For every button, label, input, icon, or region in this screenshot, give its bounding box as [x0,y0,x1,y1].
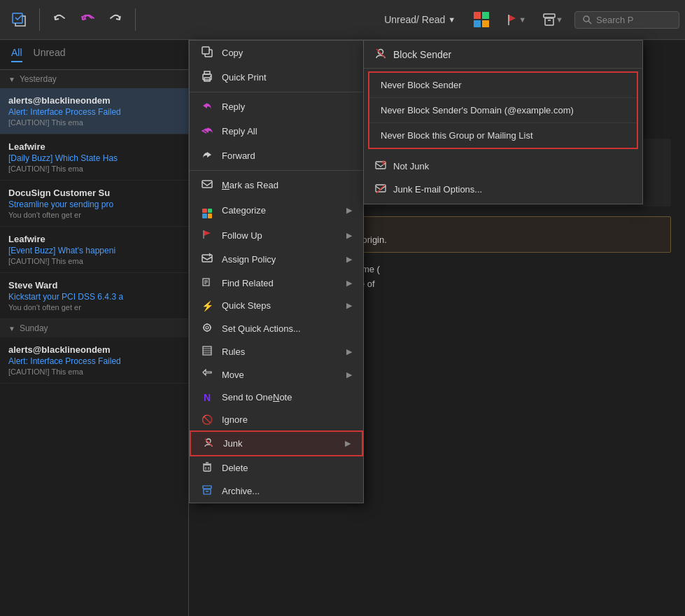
ctx-reply[interactable]: Reply [190,94,363,119]
block-sender-section: Never Block Sender Never Block Sender's … [368,71,638,149]
quick-steps-icon: ⚡ [201,300,213,312]
submenu-bottom: Not Junk Junk E-mail Options... [364,152,642,204]
email-subject: [Event Buzz] What's happeni [8,246,180,255]
ctx-archive[interactable]: Archive... [190,479,363,503]
ctx-assign-policy[interactable]: Assign Policy ▶ [190,247,363,272]
ctx-assign-policy-label: Assign Policy [222,254,338,265]
ctx-separator-2 [190,170,363,171]
ctx-mark-as-read[interactable]: Mark as Read [190,173,363,197]
find-related-icon [201,277,213,289]
colorful-grid-button[interactable] [468,8,495,31]
rules-icon [201,346,213,358]
forward-button[interactable] [103,8,128,31]
svg-point-21 [206,326,209,329]
undo-button[interactable] [47,8,72,31]
ctx-find-related-arrow-icon: ▶ [346,279,352,288]
ctx-delete[interactable]: Delete [190,456,363,479]
chevron-down-icon: ▼ [8,325,15,332]
search-box[interactable]: Search P [574,11,679,29]
ctx-junk[interactable]: Junk ▶ [190,430,363,456]
ctx-move-arrow-icon: ▶ [346,370,352,379]
ctx-reply-all-label: Reply All [222,126,352,136]
svg-rect-0 [13,13,22,23]
ignore-icon: 🚫 [201,414,213,425]
email-preview: [CAUTION!] This ema [8,118,180,127]
context-menu: Copy Quick Print Reply Reply All Forward… [189,40,364,503]
email-list: ▼ Yesterday alerts@blacklineondem Alert:… [0,70,188,616]
date-group-yesterday: ▼ Yesterday [0,70,188,88]
list-item[interactable]: DocuSign Customer Su Streamline your sen… [0,181,188,227]
list-item[interactable]: alerts@blacklineondem Alert: Interface P… [0,337,188,384]
never-block-sender[interactable]: Never Block Sender [369,73,637,98]
new-email-button[interactable] [6,8,32,31]
ctx-set-quick-actions[interactable]: Set Quick Actions... [190,317,363,340]
ctx-copy[interactable]: Copy [190,41,363,65]
ctx-quick-print[interactable]: Quick Print [190,65,363,90]
ctx-set-quick-actions-label: Set Quick Actions... [222,323,352,334]
tab-unread[interactable]: Unread [34,47,66,62]
reply-all-icon [201,125,213,138]
never-block-domain[interactable]: Never Block Sender's Domain (@example.co… [369,98,637,123]
ctx-forward-label: Forward [222,150,352,161]
list-item[interactable]: Leafwire [Daily Buzz] Which State Has [C… [0,134,188,181]
colorful-grid-icon [474,12,489,27]
follow-up-icon [201,230,213,241]
ctx-send-to-onenote[interactable]: N Send to OneNote [190,386,363,409]
svg-rect-13 [202,181,212,188]
email-sender: alerts@blacklineondem [8,344,180,355]
ctx-archive-label: Archive... [222,486,352,496]
ctx-mark-as-read-label: Mark as Read [222,180,352,190]
not-junk-item[interactable]: Not Junk [364,155,642,178]
ctx-rules-label: Rules [222,346,338,357]
svg-rect-2 [544,14,555,18]
ctx-reply-all[interactable]: Reply All [190,119,363,144]
not-junk-label: Not Junk [393,161,429,172]
block-sender-icon [375,48,386,61]
archive-chevron-icon: ▼ [556,15,563,24]
ctx-categorize[interactable]: Categorize ▶ [190,197,363,224]
flag-button[interactable]: ▼ [500,9,532,30]
block-sender-header: Block Sender [364,41,642,69]
undo-all-button[interactable] [75,8,100,31]
archive-toolbar-button[interactable]: ▼ [537,9,569,30]
ctx-ignore[interactable]: 🚫 Ignore [190,409,363,430]
email-preview: [CAUTION!] This ema [8,368,180,376]
svg-point-20 [204,324,211,331]
tab-bar: All Unread [0,40,188,70]
date-label-yesterday: Yesterday [20,74,57,84]
list-item[interactable]: Steve Ward Kickstart your PCI DSS 6.4.3 … [0,273,188,319]
block-sender-label: Block Sender [393,49,451,60]
list-item[interactable]: alerts@blacklineondem Alert: Interface P… [0,88,188,134]
svg-rect-8 [202,47,209,54]
ctx-follow-up[interactable]: Follow Up ▶ [190,224,363,247]
junk-email-options-icon [375,183,386,195]
unread-read-chevron-icon: ▼ [448,15,456,24]
never-block-group[interactable]: Never Block this Group or Mailing List [369,123,637,148]
email-sender: DocuSign Customer Su [8,188,180,198]
categorize-icon [201,203,213,218]
email-sender: Steve Ward [8,280,180,290]
email-subject: [Daily Buzz] Which State Has [8,153,180,163]
ctx-forward[interactable]: Forward [190,144,363,168]
flag-chevron-icon: ▼ [518,15,526,24]
block-sender-submenu: Block Sender Never Block Sender Never Bl… [363,40,643,204]
tab-all[interactable]: All [11,47,22,62]
print-icon [201,71,213,84]
unread-read-button[interactable]: Unread/ Read ▼ [377,10,462,29]
email-subject: Alert: Interface Process Failed [8,107,180,117]
ctx-send-to-onenote-label: Send to OneNote [222,392,352,402]
toolbar-left [6,8,140,31]
email-preview: [CAUTION!] This ema [8,257,180,265]
svg-rect-32 [204,465,211,471]
ctx-follow-up-label: Follow Up [222,230,338,241]
ctx-find-related[interactable]: Find Related ▶ [190,272,363,295]
junk-email-options-item[interactable]: Junk E-mail Options... [364,178,642,201]
ctx-quick-steps-arrow-icon: ▶ [346,301,352,310]
list-item[interactable]: Leafwire [Event Buzz] What's happeni [CA… [0,227,188,273]
ctx-quick-print-label: Quick Print [222,72,352,83]
ctx-quick-steps[interactable]: ⚡ Quick Steps ▶ [190,295,363,317]
ctx-delete-label: Delete [222,463,352,473]
copy-icon [201,46,213,59]
ctx-rules[interactable]: Rules ▶ [190,340,363,363]
ctx-move[interactable]: Move ▶ [190,363,363,386]
